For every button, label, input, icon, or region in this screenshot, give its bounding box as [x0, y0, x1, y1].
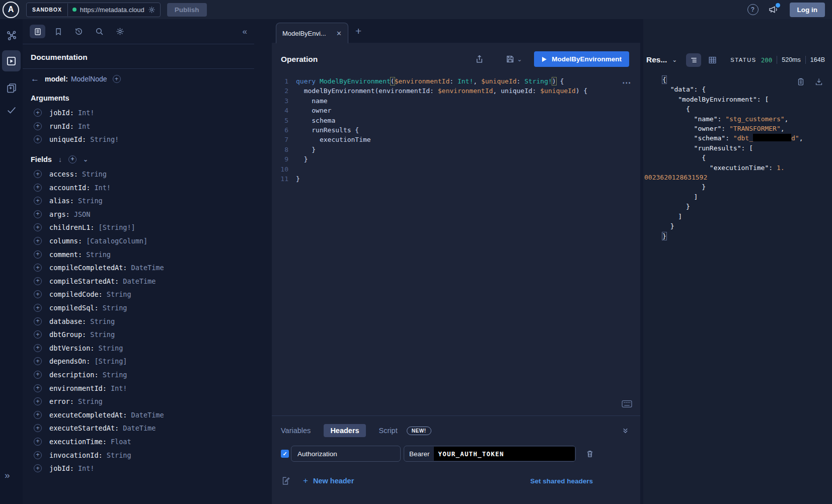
field-signature[interactable]: childrenL1: [String!] — [49, 223, 135, 231]
add-model-icon[interactable] — [113, 75, 121, 83]
doc-settings-gear-icon[interactable] — [112, 25, 128, 38]
response-json-area[interactable]: {"data": {"modelByEnvironment": [{"name"… — [643, 75, 832, 241]
explorer-nav-item[interactable] — [2, 50, 21, 71]
keyboard-shortcuts-icon[interactable] — [622, 400, 632, 408]
argument-row[interactable]: runId: Int — [23, 120, 254, 133]
collapse-bottom-panel-icon[interactable] — [622, 427, 629, 435]
add-field-icon[interactable] — [34, 210, 42, 218]
field-row[interactable]: database: String — [23, 314, 254, 328]
add-field-icon[interactable] — [34, 371, 42, 379]
query-code[interactable]: 1query ModelByEnvironment($environmentId… — [272, 76, 640, 184]
tab-headers[interactable]: Headers — [324, 424, 365, 437]
set-shared-headers-link[interactable]: Set shared headers — [530, 477, 593, 485]
new-header-button[interactable]: + New header — [303, 476, 354, 486]
add-field-icon[interactable] — [34, 184, 42, 192]
add-field-icon[interactable] — [34, 109, 42, 117]
field-row[interactable]: description: String — [23, 368, 254, 382]
field-signature[interactable]: jobId: Int! — [49, 464, 94, 472]
field-row[interactable]: executeStartedAt: DateTime — [23, 422, 254, 435]
apollo-logo[interactable]: A — [3, 2, 19, 18]
field-row[interactable]: compiledSql: String — [23, 301, 254, 315]
endpoint-url-wrap[interactable]: https://metadata.cloud.get — [68, 6, 160, 14]
add-field-icon[interactable] — [34, 237, 42, 245]
field-signature[interactable]: args: JSON — [49, 210, 90, 218]
save-group[interactable]: ⌄ — [495, 55, 522, 63]
add-field-icon[interactable] — [34, 384, 42, 392]
expand-rail-icon[interactable]: » — [5, 470, 10, 481]
add-field-icon[interactable] — [34, 397, 42, 405]
doc-model-type[interactable]: ModelNode — [71, 75, 107, 83]
sort-fields-icon[interactable]: ↓ — [58, 155, 62, 163]
field-row[interactable]: executionTime: Float — [23, 435, 254, 449]
add-all-fields-icon[interactable] — [68, 155, 77, 163]
field-row[interactable]: compileStartedAt: DateTime — [23, 275, 254, 288]
field-signature[interactable]: invocationId: String — [49, 451, 131, 459]
field-row[interactable]: error: String — [23, 395, 254, 408]
field-row[interactable]: compileCompletedAt: DateTime — [23, 261, 254, 275]
operation-tab[interactable]: ModelByEnvi... ✕ — [276, 23, 348, 43]
field-row[interactable]: access: String — [23, 167, 254, 181]
new-tab-icon[interactable]: + — [355, 25, 361, 37]
save-options-chevron-icon[interactable]: ⌄ — [517, 56, 522, 63]
field-signature[interactable]: comment: String — [49, 250, 111, 259]
argument-row[interactable]: jobId: Int! — [23, 106, 254, 120]
field-signature[interactable]: access: String — [49, 170, 107, 178]
field-signature[interactable]: dbtVersion: String — [49, 344, 123, 352]
response-dropdown-chevron-icon[interactable]: ⌄ — [672, 56, 677, 63]
publish-button[interactable]: Publish — [167, 3, 207, 17]
add-field-icon[interactable] — [34, 411, 42, 419]
add-field-icon[interactable] — [34, 304, 42, 312]
add-field-icon[interactable] — [34, 317, 42, 325]
environment-edit-icon[interactable] — [281, 476, 290, 485]
field-signature[interactable]: executionTime: Float — [49, 438, 131, 446]
bookmark-icon[interactable] — [50, 25, 66, 38]
add-field-icon[interactable] — [34, 223, 42, 231]
add-field-icon[interactable] — [34, 135, 42, 143]
history-icon[interactable] — [71, 25, 87, 38]
login-button[interactable]: Log in — [790, 3, 825, 17]
field-signature[interactable]: runId: Int — [49, 122, 90, 130]
field-row[interactable]: dependsOn: [String] — [23, 355, 254, 368]
field-signature[interactable]: uniqueId: String! — [49, 135, 119, 143]
field-row[interactable]: dbtVersion: String — [23, 342, 254, 355]
field-row[interactable]: invocationId: String — [23, 448, 254, 462]
add-field-icon[interactable] — [34, 250, 42, 259]
field-row[interactable]: alias: String — [23, 194, 254, 208]
schema-graph-icon[interactable] — [6, 30, 17, 41]
add-field-icon[interactable] — [34, 170, 42, 178]
add-field-icon[interactable] — [34, 277, 42, 285]
query-editor[interactable]: 1query ModelByEnvironment($environmentId… — [272, 72, 640, 416]
delete-header-icon[interactable] — [586, 450, 594, 458]
header-value-field[interactable]: Bearer YOUR_AUTH_TOKEN — [404, 446, 576, 462]
add-field-icon[interactable] — [34, 290, 42, 298]
close-tab-icon[interactable]: ✕ — [336, 30, 342, 37]
field-signature[interactable]: executeCompletedAt: DateTime — [49, 411, 164, 419]
collapse-doc-panel-icon[interactable]: « — [243, 27, 247, 37]
back-arrow-icon[interactable]: ← — [31, 74, 39, 84]
field-signature[interactable]: compileCompletedAt: DateTime — [49, 264, 164, 272]
share-icon[interactable] — [475, 55, 484, 63]
documentation-tab-icon[interactable] — [30, 25, 45, 38]
field-signature[interactable]: error: String — [49, 397, 103, 405]
add-field-icon[interactable] — [34, 438, 42, 446]
run-operation-button[interactable]: ModelByEnvironment — [534, 51, 629, 67]
field-signature[interactable]: compiledSql: String — [49, 304, 127, 312]
field-signature[interactable]: compiledCode: String — [49, 290, 131, 298]
announcements-megaphone-icon[interactable] — [769, 5, 779, 14]
add-field-icon[interactable] — [34, 451, 42, 459]
add-field-icon[interactable] — [34, 122, 42, 130]
field-row[interactable]: accountId: Int! — [23, 181, 254, 194]
tab-script[interactable]: Script — [379, 427, 398, 435]
add-field-icon[interactable] — [34, 330, 42, 339]
connection-settings-gear-icon[interactable] — [148, 6, 156, 14]
add-field-icon[interactable] — [34, 357, 42, 365]
field-row[interactable]: compiledCode: String — [23, 288, 254, 301]
field-row[interactable]: columns: [CatalogColumn] — [23, 234, 254, 248]
field-signature[interactable]: dbtGroup: String — [49, 330, 115, 339]
field-row[interactable]: childrenL1: [String!] — [23, 221, 254, 234]
field-row[interactable]: comment: String — [23, 247, 254, 261]
download-response-icon[interactable] — [815, 77, 823, 86]
fields-options-chevron-icon[interactable]: ⌄ — [83, 156, 88, 163]
search-icon[interactable] — [92, 25, 107, 38]
add-field-icon[interactable] — [34, 464, 42, 472]
